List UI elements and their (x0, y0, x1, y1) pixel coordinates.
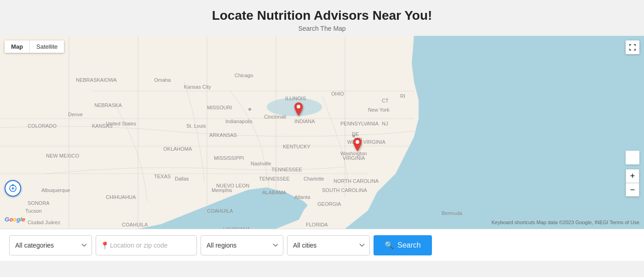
accessibility-icon (8, 184, 17, 193)
svg-text:Memphis: Memphis (212, 187, 232, 193)
svg-text:Cincinnati: Cincinnati (264, 114, 286, 119)
svg-text:ARKANSAS: ARKANSAS (209, 132, 237, 138)
cities-dropdown[interactable]: All cities (287, 235, 370, 255)
map-zoom-controls: + − (626, 169, 639, 197)
categories-dropdown-wrapper: All categories (9, 235, 92, 255)
svg-text:NEW MEXICO: NEW MEXICO (46, 153, 80, 158)
map-background: COLORADO NEW MEXICO CHIHUAHUA OKLAHOMA T… (0, 36, 644, 229)
svg-point-81 (297, 105, 300, 108)
map-type-map-button[interactable]: Map (5, 40, 30, 53)
svg-text:New York: New York (368, 107, 390, 113)
svg-text:Tucson: Tucson (25, 208, 42, 214)
svg-text:IOWA: IOWA (104, 77, 117, 83)
map-zoom-in-button[interactable]: + (626, 169, 639, 183)
svg-text:Denve: Denve (68, 112, 83, 117)
svg-text:Nashville: Nashville (251, 161, 271, 166)
svg-text:Bermuda: Bermuda (442, 210, 463, 216)
svg-point-77 (248, 108, 251, 111)
svg-text:CHIHUAHUA: CHIHUAHUA (106, 194, 136, 200)
svg-text:ILLINOIS: ILLINOIS (285, 96, 306, 101)
search-button-label: Search (397, 241, 421, 249)
svg-text:COLORADO: COLORADO (28, 123, 57, 129)
svg-point-78 (352, 135, 355, 137)
svg-text:TENNESSEE: TENNESSEE (271, 167, 302, 172)
search-bar: All categories 📍 All regions All cities … (0, 229, 644, 261)
svg-text:MISSISSIPPI: MISSISSIPPI (214, 155, 244, 161)
svg-text:Google: Google (5, 216, 25, 223)
svg-text:NORTH CAROLINA: NORTH CAROLINA (334, 178, 379, 184)
svg-text:NJ: NJ (382, 121, 388, 126)
svg-text:MISSOURI: MISSOURI (207, 105, 232, 110)
svg-text:OHIO: OHIO (331, 91, 345, 96)
map-zoom-out-button[interactable]: − (626, 183, 639, 197)
map-type-control[interactable]: Map Satellite (5, 40, 64, 53)
street-view-control[interactable] (626, 151, 639, 164)
svg-text:St. Louis: St. Louis (186, 123, 206, 129)
map-fullscreen-button[interactable] (626, 40, 639, 54)
svg-text:COAHUILA: COAHUILA (122, 222, 148, 227)
fullscreen-icon (629, 44, 636, 51)
location-input-wrapper: 📍 (96, 235, 197, 255)
svg-text:NEBRASKA: NEBRASKA (94, 102, 122, 108)
svg-text:Omaha: Omaha (154, 77, 171, 83)
svg-text:FLORIDA: FLORIDA (306, 222, 328, 227)
map-container[interactable]: COLORADO NEW MEXICO CHIHUAHUA OKLAHOMA T… (0, 36, 644, 229)
page-header: Locate Nutrition Advisors Near You! Sear… (0, 0, 644, 36)
svg-text:PENNSYLVANIA: PENNSYLVANIA (340, 121, 379, 126)
svg-text:TENNESSEE: TENNESSEE (259, 176, 290, 181)
svg-point-82 (356, 140, 359, 144)
svg-text:CT: CT (382, 98, 389, 103)
svg-text:Charlotte: Charlotte (304, 176, 324, 181)
map-marker-2[interactable] (351, 138, 364, 156)
svg-text:United States: United States (106, 121, 137, 126)
accessibility-button[interactable] (5, 180, 21, 197)
svg-text:GEORGIA: GEORGIA (317, 201, 341, 207)
search-button[interactable]: 🔍 Search (374, 235, 432, 255)
svg-text:SOUTH CAROLINA: SOUTH CAROLINA (322, 187, 367, 193)
svg-text:Indianapolis: Indianapolis (225, 119, 253, 124)
svg-text:KENTUCKY: KENTUCKY (283, 144, 311, 149)
map-type-satellite-button[interactable]: Satellite (30, 40, 64, 53)
svg-text:ALABAMA: ALABAMA (262, 190, 287, 195)
svg-text:SONORA: SONORA (28, 200, 50, 206)
svg-text:NEBRASKA: NEBRASKA (76, 77, 104, 83)
svg-text:COAHUILA: COAHUILA (207, 208, 233, 214)
svg-text:OKLAHOMA: OKLAHOMA (163, 146, 192, 152)
regions-dropdown-wrapper: All regions (201, 235, 283, 255)
svg-text:Chicago: Chicago (235, 73, 253, 78)
categories-dropdown[interactable]: All categories (9, 235, 92, 255)
page-title: Locate Nutrition Advisors Near You! (0, 8, 644, 23)
regions-dropdown[interactable]: All regions (201, 235, 283, 255)
svg-text:Ciudad Juárez: Ciudad Juárez (28, 220, 60, 225)
location-pin-icon: 📍 (100, 241, 109, 249)
svg-text:TEXAS: TEXAS (154, 174, 171, 179)
svg-text:Atlanta: Atlanta (294, 194, 310, 200)
svg-text:Kansas City: Kansas City (184, 84, 211, 90)
svg-text:Albuquerque: Albuquerque (41, 187, 70, 193)
map-marker-1[interactable] (292, 102, 305, 121)
svg-text:Dallas: Dallas (175, 176, 189, 181)
svg-text:RI: RI (400, 93, 405, 99)
search-icon: 🔍 (385, 241, 394, 249)
google-logo: Google (5, 215, 30, 225)
cities-dropdown-wrapper: All cities (287, 235, 370, 255)
location-input[interactable] (96, 235, 197, 255)
map-footer-text: Keyboard shortcuts Map data ©2023 Google… (491, 220, 639, 225)
page-subtitle: Search The Map (0, 25, 644, 32)
